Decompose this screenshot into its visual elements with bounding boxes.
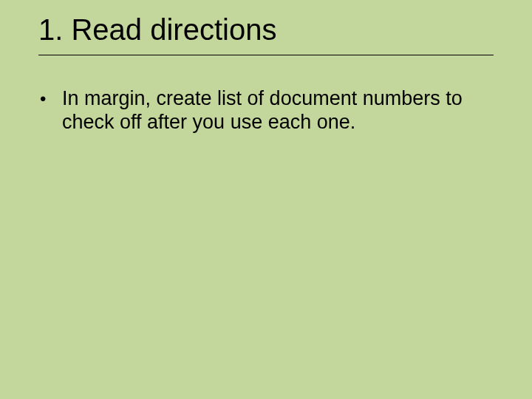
bullet-icon: • [38, 87, 62, 110]
bullet-text: In margin, create list of document numbe… [62, 87, 494, 134]
slide-title: 1. Read directions [38, 13, 494, 50]
slide: 1. Read directions • In margin, create l… [0, 0, 532, 399]
list-item: • In margin, create list of document num… [38, 87, 494, 134]
title-underline [38, 55, 494, 55]
slide-body: • In margin, create list of document num… [38, 87, 494, 134]
